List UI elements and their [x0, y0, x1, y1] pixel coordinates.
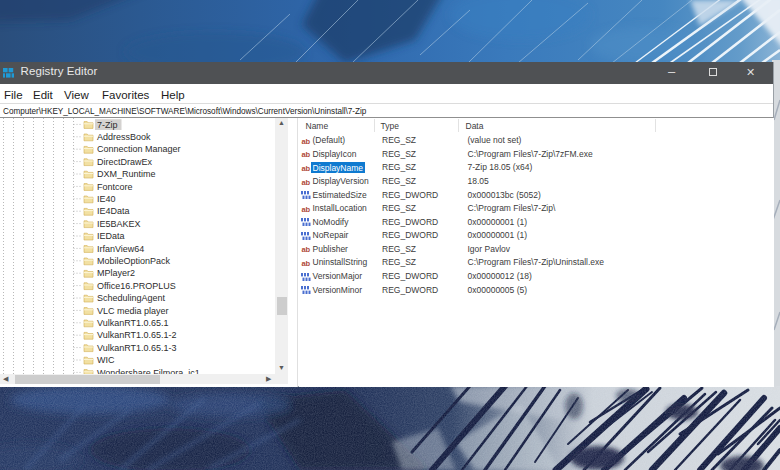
svg-text:DXM_Runtime: DXM_Runtime: [97, 169, 156, 179]
svg-text:IEData: IEData: [97, 231, 125, 241]
svg-text:VulkanRT1.0.65.1-2: VulkanRT1.0.65.1-2: [97, 330, 177, 340]
svg-text:ab: ab: [301, 164, 310, 173]
svg-text:MPlayer2: MPlayer2: [97, 268, 135, 278]
svg-text:ab: ab: [301, 205, 310, 214]
svg-text:AddressBook: AddressBook: [97, 132, 151, 142]
svg-text:SchedulingAgent: SchedulingAgent: [97, 293, 166, 303]
svg-text:ab: ab: [301, 178, 310, 187]
svg-text:VulkanRT1.0.65.1-3: VulkanRT1.0.65.1-3: [97, 343, 177, 353]
svg-text:MobileOptionPack: MobileOptionPack: [97, 256, 171, 266]
svg-text:7-Zip: 7-Zip: [97, 120, 118, 130]
svg-text:VLC media player: VLC media player: [97, 306, 169, 316]
svg-text:VulkanRT1.0.65.1: VulkanRT1.0.65.1: [97, 318, 169, 328]
svg-text:ab: ab: [301, 137, 310, 146]
svg-text:IE40: IE40: [97, 194, 116, 204]
svg-text:IrfanView64: IrfanView64: [97, 244, 144, 254]
svg-text:Office16.PROPLUS: Office16.PROPLUS: [97, 281, 176, 291]
svg-text:Connection Manager: Connection Manager: [97, 144, 181, 154]
svg-text:ab: ab: [301, 259, 310, 268]
svg-text:ab: ab: [301, 151, 310, 160]
svg-text:IE4Data: IE4Data: [97, 206, 130, 216]
svg-text:WIC: WIC: [97, 355, 115, 365]
svg-text:ab: ab: [301, 246, 310, 255]
svg-text:DirectDrawEx: DirectDrawEx: [97, 157, 153, 167]
svg-text:IE5BAKEX: IE5BAKEX: [97, 219, 141, 229]
svg-text:Fontcore: Fontcore: [97, 182, 133, 192]
